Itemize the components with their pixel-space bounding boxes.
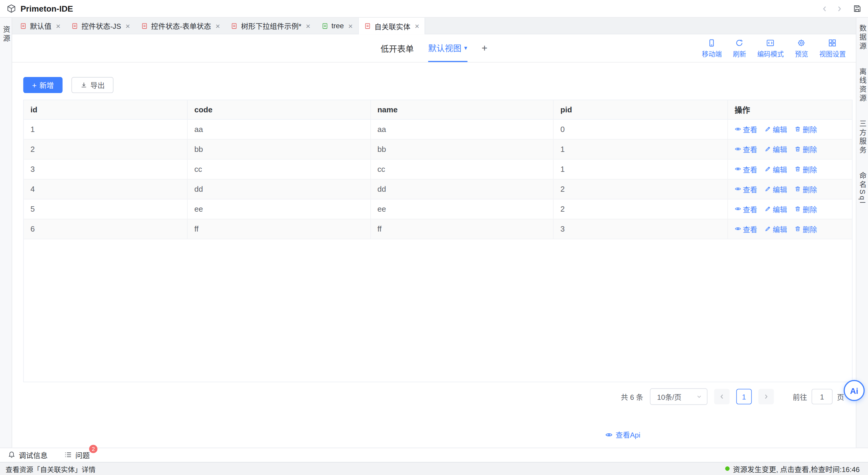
close-icon[interactable]: × [125,22,130,30]
cell-actions: 查看 编辑 删除 [727,119,852,139]
view-settings-button[interactable]: 视图设置 [819,39,846,58]
code-icon [766,39,775,47]
eye-icon [735,146,741,152]
goto-page-input[interactable] [811,389,833,404]
refresh-button[interactable]: 刷新 [733,39,746,58]
column-header-id: id [24,100,187,119]
editor-tab[interactable]: 控件状态-表单状态 × [135,18,225,34]
nav-forward-icon[interactable] [835,5,843,12]
view-toolbar: 低开表单 默认视图 ▾ + 移动端 [12,34,856,63]
right-rail-item[interactable]: 三方服务 [857,115,868,159]
export-button[interactable]: 导出 [71,77,114,93]
debug-info-button[interactable]: 调试信息 [8,449,48,460]
trash-icon [794,146,801,152]
delete-action-link[interactable]: 删除 [794,144,817,154]
edit-action-link[interactable]: 编辑 [764,144,787,154]
save-icon[interactable] [853,4,862,13]
close-icon[interactable]: × [56,22,60,30]
view-api-link[interactable]: 查看Api [605,429,641,440]
close-icon[interactable]: × [415,22,419,30]
eye-icon [735,185,741,192]
form-canvas: + 新增 导出 [12,63,856,447]
form-type-label[interactable]: 低开表单 [380,42,414,54]
close-icon[interactable]: × [215,22,220,30]
view-action-link[interactable]: 查看 [735,224,757,234]
pencil-icon [764,225,771,232]
cell-pid: 1 [553,139,727,159]
cell-actions: 查看 编辑 删除 [727,199,852,219]
delete-action-link[interactable]: 删除 [794,164,817,174]
cell-id: 2 [24,139,187,159]
editor-tab[interactable]: 树形下拉组件示例* × [225,18,316,34]
close-icon[interactable]: × [306,22,310,30]
editor-tab[interactable]: tree × [316,18,358,34]
grid-icon [829,39,837,47]
active-view-label: 默认视图 [428,42,461,54]
delete-action-link[interactable]: 删除 [794,224,817,234]
close-icon[interactable]: × [348,22,352,30]
file-icon [20,22,26,29]
pencil-icon [764,146,771,152]
cell-actions: 查看 编辑 删除 [727,159,852,179]
right-rail-item[interactable]: 命名Sql [857,167,868,209]
table-row: 4 dd dd 2 查看 编辑 删除 [24,179,852,199]
table-header-row: id code name pid 操作 [24,100,852,119]
problems-button[interactable]: 问题 2 [64,449,90,460]
status-change-message[interactable]: 资源发生变更, 点击查看,检查时间:16:46 [725,462,860,475]
editor-tab[interactable]: 默认值 × [14,18,66,34]
page-number-button[interactable]: 1 [736,389,751,404]
mobile-view-button[interactable]: 移动端 [702,39,722,58]
pagination: 共 6 条 10条/页 1 前往 [621,388,844,405]
tab-label: 默认值 [30,21,52,31]
page-size-select[interactable]: 10条/页 [650,388,708,405]
file-icon [231,22,238,29]
edit-action-link[interactable]: 编辑 [764,164,787,174]
edit-action-link[interactable]: 编辑 [764,124,787,134]
trash-icon [794,225,801,232]
code-mode-button[interactable]: 编码模式 [757,39,784,58]
prev-page-button[interactable] [714,389,730,404]
app-logo-icon [6,4,16,13]
trash-icon [794,126,801,132]
view-action-link[interactable]: 查看 [735,204,757,214]
active-view-tab[interactable]: 默认视图 ▾ [428,34,467,62]
table-row: 2 bb bb 1 查看 编辑 删除 [24,139,852,159]
cell-code: ee [187,199,370,219]
column-header-pid: pid [553,100,727,119]
ai-assistant-button[interactable]: Ai [844,380,865,401]
preview-icon [797,39,806,47]
view-action-link[interactable]: 查看 [735,164,757,174]
view-action-link[interactable]: 查看 [735,124,757,134]
right-rail-item[interactable]: 数据源 [857,20,868,55]
view-action-link[interactable]: 查看 [735,184,757,194]
cell-name: ee [370,199,553,219]
view-action-link[interactable]: 查看 [735,144,757,154]
pencil-icon [764,126,771,132]
delete-action-link[interactable]: 删除 [794,204,817,214]
add-button[interactable]: + 新增 [23,77,63,93]
tab-label: 控件状态-JS [82,21,121,31]
nav-back-icon[interactable] [821,5,829,12]
right-rail-item[interactable]: 离线资源 [857,63,868,107]
mobile-icon [708,39,716,47]
editor-area: 默认值 × 控件状态-JS × 控件状态-表单状态 × 树形下拉组件示例* × … [12,18,856,447]
pencil-icon [764,205,771,212]
delete-action-link[interactable]: 删除 [794,184,817,194]
add-view-button[interactable]: + [482,42,488,54]
cell-actions: 查看 编辑 删除 [727,219,852,239]
edit-action-link[interactable]: 编辑 [764,184,787,194]
cell-code: dd [187,179,370,199]
left-rail-resources[interactable]: 资源 [0,21,11,48]
edit-action-link[interactable]: 编辑 [764,224,787,234]
editor-tab[interactable]: 自关联实体 × [358,18,425,34]
tab-label: tree [332,22,344,30]
preview-button[interactable]: 预览 [795,39,808,58]
cell-code: aa [187,119,370,139]
cell-name: aa [370,119,553,139]
next-page-button[interactable] [758,389,774,404]
trash-icon [794,205,801,212]
chevron-down-icon [696,394,702,399]
delete-action-link[interactable]: 删除 [794,124,817,134]
editor-tab[interactable]: 控件状态-JS × [66,18,135,34]
edit-action-link[interactable]: 编辑 [764,204,787,214]
